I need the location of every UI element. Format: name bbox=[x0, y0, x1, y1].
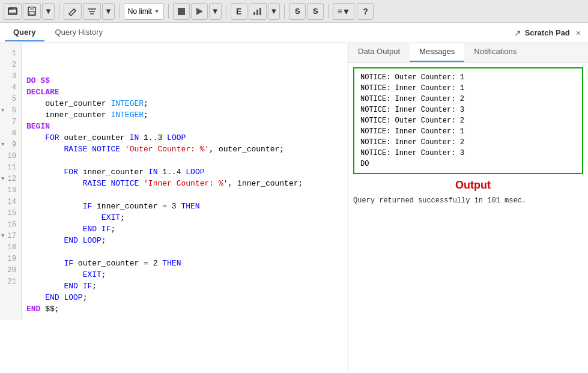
open-file-btn[interactable] bbox=[4, 3, 22, 20]
code-line: IF outer_counter = 2 THEN bbox=[26, 258, 348, 269]
line-number: 17 bbox=[0, 231, 21, 242]
code-line: IF inner_counter = 3 THEN bbox=[26, 201, 348, 212]
line-number: 18 bbox=[0, 242, 21, 253]
svg-rect-14 bbox=[259, 8, 261, 15]
filter-dropdown-btn[interactable] bbox=[83, 3, 101, 20]
line-number: 11 bbox=[0, 162, 21, 174]
code-line: outer_counter INTEGER; bbox=[26, 98, 348, 109]
sep1 bbox=[59, 4, 59, 19]
line-number: 8 bbox=[0, 128, 21, 139]
dropdown-arrow: ▼ bbox=[154, 8, 160, 14]
no-limit-label: No limit bbox=[128, 7, 152, 16]
scratch1-btn[interactable]: S bbox=[289, 3, 306, 20]
main-content: 123456789101112131415161718192021 DO $$D… bbox=[0, 43, 588, 373]
message-line: NOTICE: Outer Counter: 2 bbox=[360, 115, 576, 126]
data-output-tab[interactable]: Data Output bbox=[348, 43, 410, 62]
scratch-group: S S bbox=[289, 3, 324, 20]
line-number: 5 bbox=[0, 94, 21, 105]
chart-arrow-btn[interactable]: ▼ bbox=[268, 3, 280, 20]
code-line: inner_counter INTEGER; bbox=[26, 109, 348, 121]
line-number: 14 bbox=[0, 196, 21, 208]
code-line: RAISE NOTICE 'Inner Counter: %', inner_c… bbox=[26, 178, 348, 189]
message-line: NOTICE: Inner Counter: 1 bbox=[360, 83, 576, 94]
help-btn[interactable]: ? bbox=[357, 3, 374, 20]
line-number: 4 bbox=[0, 82, 21, 94]
sep2 bbox=[119, 4, 120, 19]
line-number: 2 bbox=[0, 59, 21, 71]
line-number: 16 bbox=[0, 219, 21, 231]
sep3 bbox=[168, 4, 169, 19]
code-line: FOR outer_counter IN 1..3 LOOP bbox=[26, 132, 348, 144]
run-btn[interactable] bbox=[191, 3, 208, 20]
query-history-tab[interactable]: Query History bbox=[47, 24, 111, 41]
code-line: EXIT; bbox=[26, 212, 348, 223]
line-number: 6 bbox=[0, 105, 21, 117]
message-line: NOTICE: Inner Counter: 3 bbox=[360, 148, 576, 159]
output-pane: Data Output Messages Notifications NOTIC… bbox=[348, 43, 588, 373]
line-number: 12 bbox=[0, 174, 21, 185]
code-line bbox=[26, 246, 348, 258]
line-number: 1 bbox=[0, 48, 21, 59]
code-area: 123456789101112131415161718192021 DO $$D… bbox=[0, 43, 348, 320]
chart-btn[interactable] bbox=[249, 3, 267, 20]
line-number: 7 bbox=[0, 117, 21, 128]
message-line: NOTICE: Inner Counter: 1 bbox=[360, 126, 576, 137]
line-number: 15 bbox=[0, 208, 21, 219]
line-number: 13 bbox=[0, 185, 21, 196]
edit-group: ▼ bbox=[64, 3, 115, 20]
svg-rect-4 bbox=[30, 7, 34, 10]
explain-btn[interactable]: E bbox=[231, 3, 247, 20]
line-number: 21 bbox=[0, 276, 21, 288]
svg-rect-12 bbox=[253, 12, 255, 15]
code-line: END $$; bbox=[26, 303, 348, 315]
code-line bbox=[26, 189, 348, 201]
message-line: NOTICE: Outer Counter: 1 bbox=[360, 72, 576, 83]
line-number: 19 bbox=[0, 253, 21, 265]
messages-box: NOTICE: Outer Counter: 1NOTICE: Inner Co… bbox=[353, 67, 583, 174]
sep6 bbox=[328, 4, 329, 19]
main-toolbar: ▼ ▼ No limit ▼ ▼ E ▼ S S ≡▼ bbox=[0, 0, 588, 23]
success-message: Query returned successfully in 101 msec. bbox=[353, 196, 583, 205]
expand-icon[interactable]: ↗ bbox=[514, 28, 521, 38]
stop-btn[interactable] bbox=[173, 3, 190, 20]
line-number: 10 bbox=[0, 151, 21, 162]
svg-rect-13 bbox=[256, 10, 258, 15]
query-tab[interactable]: Query bbox=[5, 24, 44, 41]
line-number: 20 bbox=[0, 265, 21, 276]
run-arrow-btn[interactable]: ▼ bbox=[209, 3, 222, 20]
save-dropdown-btn[interactable]: ▼ bbox=[42, 3, 55, 20]
line-number: 3 bbox=[0, 71, 21, 82]
messages-tab[interactable]: Messages bbox=[410, 43, 464, 62]
sep5 bbox=[284, 4, 285, 19]
code-lines[interactable]: DO $$DECLARE outer_counter INTEGER; inne… bbox=[22, 43, 348, 320]
code-line: END IF; bbox=[26, 223, 348, 235]
code-line: END LOOP; bbox=[26, 292, 348, 303]
code-line: EXIT; bbox=[26, 269, 348, 281]
scratch2-btn[interactable]: S bbox=[307, 3, 324, 20]
code-line bbox=[26, 155, 348, 166]
scratch-pad-close-btn[interactable]: × bbox=[574, 28, 583, 38]
message-line: NOTICE: Inner Counter: 3 bbox=[360, 105, 576, 115]
editor-pane[interactable]: 123456789101112131415161718192021 DO $$D… bbox=[0, 43, 348, 373]
code-line: RAISE NOTICE 'Outer Counter: %', outer_c… bbox=[26, 144, 348, 155]
run-group: ▼ bbox=[173, 3, 222, 20]
edit-btn[interactable] bbox=[64, 3, 82, 20]
explain-group: E ▼ bbox=[231, 3, 280, 20]
svg-line-6 bbox=[74, 9, 76, 11]
scratch-pad-label: Scratch Pad bbox=[525, 28, 570, 37]
sep4 bbox=[226, 4, 226, 19]
no-limit-dropdown[interactable]: No limit ▼ bbox=[124, 3, 164, 20]
code-line: BEGIN bbox=[26, 121, 348, 132]
message-line: NOTICE: Inner Counter: 2 bbox=[360, 137, 576, 148]
save-btn[interactable] bbox=[23, 3, 41, 20]
file-group: ▼ bbox=[4, 3, 55, 20]
menu-btn[interactable]: ≡▼ bbox=[333, 3, 354, 20]
scratch-pad-area: ↗ Scratch Pad × bbox=[514, 28, 583, 38]
output-tabs: Data Output Messages Notifications bbox=[348, 43, 588, 62]
line-numbers: 123456789101112131415161718192021 bbox=[0, 43, 22, 320]
tabs-bar: Query Query History ↗ Scratch Pad × bbox=[0, 23, 588, 43]
code-line: FOR inner_counter IN 1..4 LOOP bbox=[26, 166, 348, 178]
code-line: DECLARE bbox=[26, 86, 348, 98]
notifications-tab[interactable]: Notifications bbox=[464, 43, 526, 62]
filter-arrow-btn[interactable]: ▼ bbox=[102, 3, 115, 20]
